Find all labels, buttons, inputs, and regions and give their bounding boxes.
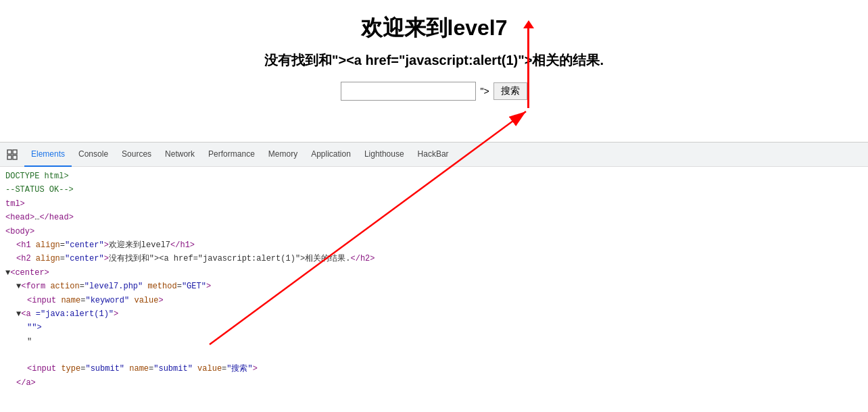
html-line-16: </a> — [5, 376, 863, 390]
page-subtitle: 没有找到和"><a href="javascript:alert(1)">相关的… — [264, 51, 604, 70]
html-line-12: ""> — [5, 321, 863, 334]
search-button[interactable]: 搜索 — [493, 82, 527, 100]
tab-network[interactable]: Network — [158, 143, 201, 167]
html-line-1: DOCTYPE html> — [5, 170, 863, 183]
arrow-vertical-indicator — [527, 27, 529, 108]
html-line-7: <h2 align="center">没有找到和"><a href="javas… — [5, 252, 863, 265]
html-line-10: <input name="keyword" value> — [5, 294, 863, 307]
tab-elements[interactable]: Elements — [24, 143, 72, 167]
devtools-panel: Elements Console Sources Network Perform… — [0, 142, 868, 412]
tab-performance[interactable]: Performance — [201, 143, 262, 167]
tab-memory[interactable]: Memory — [262, 143, 304, 167]
search-label: "> — [480, 86, 489, 97]
html-line-2: --STATUS OK--> — [5, 183, 863, 197]
svg-rect-1 — [13, 150, 17, 154]
html-line-4: <head>…</head> — [5, 211, 863, 224]
svg-rect-2 — [7, 155, 11, 159]
html-line-11: ▼<a ="java:alert(1)"> — [5, 307, 863, 321]
search-input[interactable] — [341, 82, 476, 101]
devtools-toggle-icon[interactable] — [5, 148, 19, 161]
html-line-13: " — [5, 335, 863, 349]
html-line-14 — [5, 349, 863, 362]
svg-rect-0 — [7, 150, 11, 154]
tab-lighthouse[interactable]: Lighthouse — [358, 143, 411, 167]
page-title: 欢迎来到level7 — [361, 14, 508, 43]
html-line-9: ▼<form action="level7.php" method="GET"> — [5, 280, 863, 293]
html-line-15: <input type="submit" name="submit" value… — [5, 362, 863, 376]
search-area: "> 搜索 — [341, 82, 527, 101]
html-line-6: <h1 align="center">欢迎来到level7</h1> — [5, 238, 863, 252]
tab-application[interactable]: Application — [304, 143, 358, 167]
tab-console[interactable]: Console — [72, 143, 115, 167]
tab-sources[interactable]: Sources — [115, 143, 158, 167]
devtools-tabbar: Elements Console Sources Network Perform… — [0, 143, 868, 167]
html-line-3: tml> — [5, 197, 863, 211]
html-line-8: ▼<center> — [5, 266, 863, 280]
devtools-content: DOCTYPE html> --STATUS OK--> tml> <head>… — [0, 167, 868, 412]
tab-hackbar[interactable]: HackBar — [411, 143, 456, 167]
svg-rect-3 — [13, 155, 17, 159]
html-line-5: <body> — [5, 225, 863, 238]
browser-content: 欢迎来到level7 没有找到和"><a href="javascript:al… — [0, 0, 868, 142]
